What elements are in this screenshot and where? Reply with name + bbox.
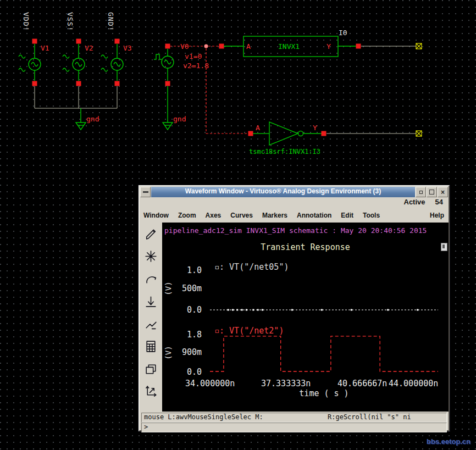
ground-net-wires[interactable] xyxy=(35,86,117,123)
xtick-37n: 37.333333n xyxy=(261,379,311,388)
yaxis-unit-top: (V) xyxy=(164,281,173,295)
voltage-source-v1[interactable] xyxy=(19,39,41,86)
ytick-900m: 900m xyxy=(172,347,202,357)
instance-label-v3: V3 xyxy=(123,44,132,52)
zoom-fit-icon xyxy=(144,249,158,263)
gnd-symbol-2[interactable] xyxy=(163,123,173,130)
ytick-1v8: 1.8 xyxy=(172,330,202,340)
menu-zoom[interactable]: Zoom xyxy=(177,210,197,220)
titlebar[interactable]: Waveform Window - Virtuoso® Analog Desig… xyxy=(140,187,448,197)
virtuoso-schematic-canvas[interactable]: VDD! VSS! GND! V1 V2 V3 V0 v1=0 v2=1.8 g… xyxy=(0,0,476,450)
mouse-bindings-text: mouse L:awvMouseSingleSelec M: xyxy=(144,413,263,421)
net-label-vdd: VDD! xyxy=(22,12,30,41)
wave-decoration xyxy=(101,55,108,58)
trace-point-marker xyxy=(291,309,293,311)
waveform-window: Waveform Window - Virtuoso® Analog Desig… xyxy=(139,185,450,431)
zoom-fit-button[interactable] xyxy=(140,245,161,268)
invx1-pin-y-label: Y xyxy=(326,42,331,51)
voltage-source-v0[interactable] xyxy=(154,44,174,123)
sine-glyph xyxy=(31,63,38,66)
calculator-icon xyxy=(144,340,158,353)
terminal-square xyxy=(322,131,326,136)
net-label-gnd: GND! xyxy=(107,12,115,41)
window-menu-button[interactable] xyxy=(140,187,151,197)
vertical-marker-button[interactable] xyxy=(140,290,161,313)
minimize-icon xyxy=(419,191,423,194)
ytick-0v0-top: 0.0 xyxy=(172,305,202,315)
close-button[interactable]: × xyxy=(438,187,448,197)
menu-tools[interactable]: Tools xyxy=(362,210,381,220)
strip-mode-button[interactable] xyxy=(140,268,161,290)
trace-VT("/net2")[interactable] xyxy=(210,336,438,371)
menu-markers[interactable]: Markers xyxy=(261,210,289,220)
ytick-500m: 500m xyxy=(172,284,202,293)
menu-axes[interactable]: Axes xyxy=(204,210,223,220)
menu-annotation[interactable]: Annotation xyxy=(296,210,333,220)
invx1-instance-label: I0 xyxy=(339,29,347,37)
plot-corner-badge[interactable] xyxy=(441,243,447,251)
output-pin-1[interactable] xyxy=(416,43,422,49)
gnd-label-1: gnd xyxy=(86,115,99,123)
trace-point-marker xyxy=(246,309,247,311)
watermark: bbs.eetop.cn xyxy=(427,437,471,446)
menu-curves[interactable]: Curves xyxy=(229,210,254,220)
menubar: Window Zoom Axes Curves Markers Annotati… xyxy=(142,208,445,222)
xtick-40n: 40.666667n xyxy=(337,379,387,388)
slope-marker-icon xyxy=(144,317,158,331)
instance-label-v2: V2 xyxy=(85,44,93,52)
output-pin-2[interactable] xyxy=(416,131,422,136)
menu-help[interactable]: Help xyxy=(429,210,445,220)
swap-axes-icon xyxy=(144,385,158,398)
plot-title: Transient Response xyxy=(162,242,449,252)
ytick-0v0-bottom: 0.0 xyxy=(172,367,202,377)
command-prompt[interactable]: > xyxy=(141,423,447,432)
instance-label-v1: V1 xyxy=(41,44,49,52)
instance-label-v0: V0 xyxy=(180,42,189,51)
voltage-source-v2[interactable] xyxy=(63,39,85,86)
active-row: Active 54 xyxy=(404,198,444,208)
legend-net2[interactable]: ▫: VT("/net2") xyxy=(214,326,284,336)
terminal-square xyxy=(219,44,224,49)
active-count: 54 xyxy=(435,198,443,208)
probe-icon xyxy=(144,227,158,241)
status-bar: mouse L:awvMouseSingleSelec M: R:geScrol… xyxy=(141,413,447,423)
terminal-square xyxy=(115,39,120,44)
plot-header: pipeline_adc12_sim INVX1_SIM schematic :… xyxy=(164,226,427,235)
calculator-button[interactable] xyxy=(140,335,161,358)
swap-axes-button[interactable] xyxy=(140,380,161,403)
scroll-binding-text: R:geScroll(nil "s" ni xyxy=(328,413,411,421)
terminal-square xyxy=(32,39,37,44)
plot-area[interactable]: pipeline_adc12_sim INVX1_SIM schematic :… xyxy=(162,223,449,412)
minimize-button[interactable] xyxy=(416,187,426,197)
sine-glyph xyxy=(75,63,82,66)
menu-edit[interactable]: Edit xyxy=(340,210,355,220)
subwindow-button[interactable] xyxy=(140,358,161,380)
terminal-square xyxy=(248,131,253,136)
v0-param-v2: v2=1.8 xyxy=(183,62,209,70)
maximize-button[interactable] xyxy=(427,187,437,197)
menu-window[interactable]: Window xyxy=(142,210,170,220)
prompt-text: > xyxy=(144,423,148,431)
window-menu-icon xyxy=(143,191,148,193)
invx1-cell-label: INVX1 xyxy=(278,42,300,51)
terminal-square xyxy=(76,39,81,44)
terminal-square xyxy=(115,81,120,86)
probe-tool-button[interactable] xyxy=(140,223,161,245)
gnd-triangle xyxy=(163,123,173,130)
vertical-marker-icon xyxy=(144,295,158,308)
terminal-square xyxy=(165,44,170,49)
pulse-decoration xyxy=(154,54,162,59)
wave-decoration xyxy=(101,68,108,71)
xtick-34n: 34.000000n xyxy=(185,379,235,388)
invx1-pin-a-label: A xyxy=(246,42,251,51)
trace-point-marker xyxy=(236,309,238,311)
slope-marker-button[interactable] xyxy=(140,313,161,335)
voltage-source-v3[interactable] xyxy=(101,39,123,86)
trace-point-marker xyxy=(351,309,352,311)
gnd-symbol-1[interactable] xyxy=(76,123,86,130)
xtick-44n: 44.000000n xyxy=(389,379,438,388)
trace-point-marker xyxy=(232,309,234,311)
trace-point-marker xyxy=(228,309,229,311)
trace-point-marker xyxy=(387,309,389,311)
legend-net05[interactable]: ▫: VT("/net05") xyxy=(214,262,289,272)
